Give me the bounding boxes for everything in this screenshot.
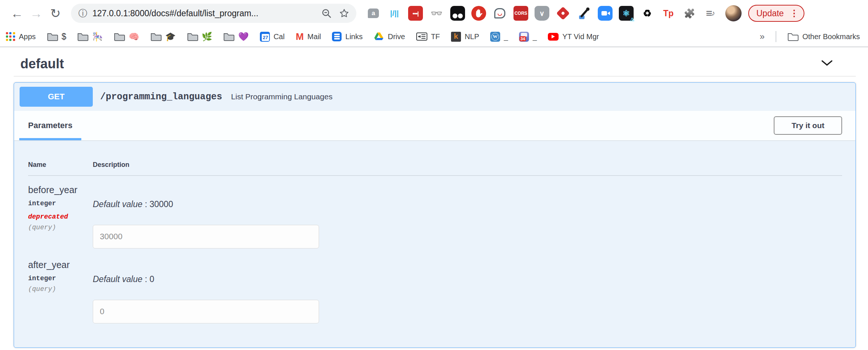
bookmarks-bar: Apps $ 🎠 🧠 🎓 🌿 💜 27 Cal M Mail Links: [0, 27, 868, 47]
warning-badge-icon: ⚠: [630, 17, 634, 22]
bookmark-calendar[interactable]: 27 Cal: [260, 32, 285, 42]
bookmark-star-icon[interactable]: [338, 7, 350, 20]
red-diamond-icon[interactable]: [556, 6, 570, 21]
parameter-type: integer: [28, 275, 93, 282]
parameter-location: (query): [28, 224, 93, 231]
before-year-input[interactable]: [93, 225, 319, 248]
panda-icon[interactable]: [450, 6, 465, 21]
browser-menu-icon[interactable]: ⋮: [790, 8, 799, 18]
react-devtools-icon[interactable]: ⚛⚠: [619, 6, 634, 21]
site-info-icon[interactable]: ⓘ: [78, 7, 87, 19]
address-bar[interactable]: ⓘ 127.0.0.1:8000/docs#/default/list_prog…: [71, 4, 356, 23]
calendar-icon: 27: [260, 32, 270, 42]
parameter-name: before_year: [28, 185, 93, 195]
default-value-label: Default value: [93, 199, 142, 209]
playlist-icon[interactable]: ≡♪: [703, 6, 718, 21]
parameters-table: Name Description before_year integer dep…: [14, 140, 855, 323]
url-text[interactable]: 127.0.0.1:8000/docs#/default/list_progra…: [92, 8, 258, 18]
bookmark-34[interactable]: 34 _: [519, 32, 537, 42]
color-picker-icon[interactable]: [577, 6, 591, 21]
endpoint-path: /programming_languages: [100, 92, 222, 102]
bookmark-apps[interactable]: Apps: [6, 32, 36, 41]
parameter-location: (query): [28, 285, 93, 293]
default-value-label: Default value: [93, 274, 142, 284]
bookmark-links[interactable]: Links: [332, 32, 363, 41]
keras-icon: k: [451, 32, 461, 42]
bookmark-drive[interactable]: Drive: [374, 32, 405, 41]
recycle-icon[interactable]: ♻: [640, 6, 655, 21]
update-label: Update: [756, 8, 784, 18]
badge34-icon: 34: [519, 32, 529, 42]
bookmark-tf[interactable]: TF: [416, 32, 440, 41]
tab-parameters[interactable]: Parameters: [28, 111, 72, 140]
bookmark-mail[interactable]: M Mail: [296, 32, 321, 41]
folder-icon: [114, 32, 125, 41]
zoom-camera-icon[interactable]: [598, 6, 613, 21]
folder-icon: [150, 32, 162, 41]
tf-annotation-icon: [416, 32, 427, 41]
bookmark-folder-herb[interactable]: 🌿: [187, 32, 213, 42]
description-column-header: Description: [93, 161, 842, 169]
reload-icon[interactable]: ↻: [46, 4, 65, 23]
bookmark-yt-vid-mgr[interactable]: YT Vid Mgr: [548, 32, 599, 41]
default-value: 0: [149, 274, 154, 284]
cors-icon[interactable]: CORS: [513, 6, 528, 21]
bookmark-folder-heart[interactable]: 💜: [223, 32, 249, 42]
gmail-icon: M: [296, 32, 304, 41]
collapse-chevron-icon[interactable]: [821, 60, 833, 68]
method-badge: GET: [20, 87, 93, 107]
parameter-row-before-year: before_year integer deprecated (query) D…: [28, 176, 842, 248]
drive-icon: [374, 32, 384, 41]
lastpass-icon[interactable]: •••|: [408, 6, 423, 21]
folder-icon: [47, 32, 58, 41]
bookmark-folder-money[interactable]: $: [47, 32, 67, 42]
bookmark-folder-brain[interactable]: 🧠: [114, 32, 139, 42]
tag-title: default: [20, 56, 64, 72]
bookmarks-overflow-chevron[interactable]: »: [760, 31, 764, 42]
youtube-icon: [548, 33, 559, 41]
zoom-out-icon[interactable]: [320, 7, 333, 20]
default-value-line: Default value : 30000: [93, 199, 842, 209]
default-value: 30000: [149, 199, 173, 209]
pocket-icon[interactable]: ∨: [535, 6, 549, 21]
default-value-line: Default value : 0: [93, 274, 842, 284]
translate-bubble-icon[interactable]: a: [366, 6, 381, 21]
name-column-header: Name: [28, 161, 93, 169]
parameters-table-header: Name Description: [28, 151, 842, 176]
tag-section-header[interactable]: default: [14, 52, 856, 76]
bookmark-wordpress[interactable]: W _: [490, 32, 508, 42]
tally-lines-icon[interactable]: |/||: [387, 6, 402, 21]
parameter-row-after-year: after_year integer (query) Default value…: [28, 248, 842, 323]
stop-hand-icon[interactable]: ✋: [471, 6, 486, 21]
bookmark-nlp[interactable]: k NLP: [451, 32, 479, 42]
opblock-summary[interactable]: GET /programming_languages List Programm…: [14, 83, 855, 111]
folder-icon: [223, 32, 234, 41]
bookmark-folder-carousel[interactable]: 🎠: [77, 32, 103, 42]
opblock-get: GET /programming_languages List Programm…: [14, 82, 856, 348]
links-icon: [332, 32, 342, 41]
after-year-input[interactable]: [93, 300, 319, 323]
tp-icon[interactable]: Tp: [661, 6, 676, 21]
apps-grid-icon: [6, 32, 15, 41]
endpoint-summary: List Programming Languages: [231, 92, 332, 101]
deprecated-label: deprecated: [28, 213, 93, 220]
wordpress-icon: W: [490, 32, 500, 42]
profile-avatar[interactable]: [725, 5, 742, 21]
parameters-section-header: Parameters Try it out: [14, 111, 855, 140]
other-bookmarks[interactable]: Other Bookmarks: [787, 32, 860, 41]
swagger-docs-page: default GET /programming_languages List …: [0, 52, 868, 350]
parameter-name: after_year: [28, 260, 93, 270]
extensions-row: a |/|| •••| 👓 ✋ CORS ∨ ⚛⚠ ♻ Tp 🧩 ≡♪: [366, 6, 718, 21]
bookmark-folder-grad[interactable]: 🎓: [150, 32, 176, 42]
chrome-update-button[interactable]: Update ⋮: [748, 5, 804, 22]
folder-icon: [787, 32, 799, 41]
chat-smile-icon[interactable]: [492, 6, 507, 21]
try-it-out-button[interactable]: Try it out: [774, 116, 842, 135]
browser-toolbar: ← → ↻ ⓘ 127.0.0.1:8000/docs#/default/lis…: [0, 0, 868, 27]
folder-icon: [187, 32, 198, 41]
forward-icon[interactable]: →: [27, 4, 46, 23]
back-icon[interactable]: ←: [7, 4, 27, 23]
puzzle-icon[interactable]: 🧩: [682, 6, 697, 21]
folder-icon: [77, 32, 88, 41]
3d-glasses-icon[interactable]: 👓: [429, 6, 444, 21]
